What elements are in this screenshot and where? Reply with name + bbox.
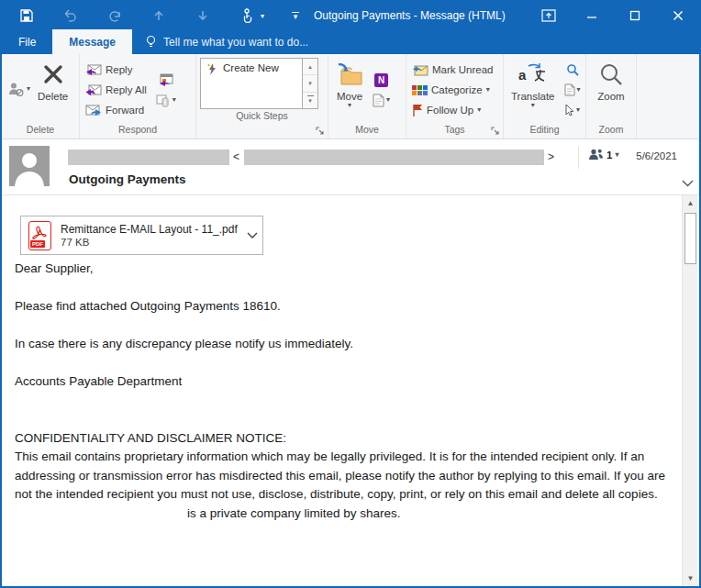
attachment-size: 77 KB [61,237,238,248]
translate-icon: a [518,60,547,89]
lightbulb-icon [145,35,157,49]
sender-avatar[interactable] [9,146,50,186]
forward-button[interactable]: Forward [83,100,150,120]
group-label-respond: Respond [80,123,195,139]
quick-steps-dialog-launcher-icon[interactable] [316,127,325,136]
related-icon [564,83,575,96]
onenote-button[interactable]: N [370,70,393,90]
close-button[interactable] [656,2,699,29]
ribbon: ▾ Delete Delete Reply [2,54,699,139]
ribbon-group-delete: ▾ Delete Delete [2,54,80,139]
zoom-button[interactable]: Zoom [593,57,629,123]
meeting-button[interactable] [153,70,179,90]
disclaimer-title: CONFIDENTIALITY AND DISCLAIMER NOTICE: [15,429,670,449]
ribbon-display-options-icon[interactable] [527,2,570,29]
previous-item-icon [150,7,167,24]
maximize-button[interactable] [613,2,656,29]
more-respond-actions-button[interactable]: ▾ [153,90,179,110]
actions-page-icon [373,94,384,107]
reply-all-button[interactable]: Reply All [83,80,150,100]
angle-open: < [233,150,239,163]
email-body-text: Dear Supplier, Please find attached Outg… [15,260,670,523]
recipients-summary[interactable]: 1 ▾ [588,149,618,161]
touch-mouse-mode-icon[interactable] [239,7,255,24]
ribbon-tab-row: File Message Tell me what you want to do… [2,29,699,54]
scrollbar-thumb[interactable] [684,213,696,264]
gallery-scroll-down-icon[interactable]: ▾ [303,75,317,92]
tell-me-box[interactable]: Tell me what you want to do... [132,29,321,54]
message-header: < > Outgoing Payments 1 ▾ 5/6/2021 [2,139,699,195]
move-folder-icon [336,60,363,89]
group-label-zoom: Zoom [586,123,636,139]
gallery-more-icon[interactable]: ▾ [303,93,317,108]
ribbon-group-editing: a Translate ▾ ▾ ▾ [504,54,586,139]
meeting-icon [158,73,173,87]
minimize-button[interactable] [570,2,613,29]
find-button[interactable] [562,60,584,80]
scroll-up-icon[interactable]: ▲ [683,195,698,211]
tab-message[interactable]: Message [52,29,132,54]
attachment-filename: Remittance E-MAIL Layout - 11_.pdf [61,223,238,237]
group-label-editing: Editing [504,123,585,139]
expand-header-chevron-icon[interactable] [682,180,694,187]
group-label-tags: Tags [406,123,503,139]
undo-icon [62,7,79,24]
gallery-scroll-up-icon[interactable]: ▴ [303,59,317,75]
ribbon-group-quick-steps: Create New ▴ ▾ ▾ Quick Steps [196,54,328,139]
related-button[interactable]: ▾ [562,80,584,100]
vertical-scrollbar[interactable]: ▲ ▼ [682,195,697,586]
junk-button[interactable]: ▾ [5,57,33,121]
touch-mode-caret-icon[interactable]: ▾ [261,12,264,20]
signature: Accounts Payable Department [15,372,670,392]
message-body: PDF Remittance E-MAIL Layout - 11_.pdf 7… [2,195,699,586]
greeting: Dear Supplier, [15,260,670,279]
follow-up-button[interactable]: Follow Up ▾ [409,100,495,120]
recipient-count: 1 [606,150,612,161]
create-new-icon [206,62,217,76]
group-label-move: Move [328,123,406,139]
customize-qat-icon[interactable]: ▾ [292,12,299,19]
delete-x-icon [42,60,64,89]
pdf-file-icon: PDF [28,221,51,250]
tags-dialog-launcher-icon[interactable] [491,127,500,136]
sender-name-redacted [68,150,229,165]
create-new-quick-step[interactable]: Create New [200,58,303,109]
header-divider [578,147,579,169]
select-cursor-icon [564,104,574,116]
tab-file[interactable]: File [2,29,52,54]
quick-access-toolbar: ▾ ▾ [2,7,299,24]
company-name-redacted [15,508,187,517]
ribbon-group-zoom: Zoom Zoom [586,54,637,139]
group-label-delete: Delete [2,123,79,139]
next-item-icon [195,7,211,24]
zoom-magnifier-icon [599,60,623,89]
follow-up-flag-icon [412,104,423,116]
mark-unread-button[interactable]: Mark Unread [409,60,495,80]
translate-button[interactable]: a Translate ▾ [506,57,560,123]
reply-all-icon [85,84,102,96]
categorize-button[interactable]: Categorize ▾ [409,80,495,100]
mark-unread-icon [412,64,428,76]
attachment-options-chevron-icon[interactable] [247,232,258,239]
ribbon-group-respond: Reply Reply All Forward [80,54,196,139]
categorize-icon [412,85,428,95]
reply-icon [85,64,102,76]
save-icon[interactable] [18,7,35,24]
more-move-actions-button[interactable]: ▾ [370,90,393,110]
angle-close: > [548,150,554,163]
attachment-card[interactable]: PDF Remittance E-MAIL Layout - 11_.pdf 7… [20,216,263,255]
junk-icon [7,82,25,97]
move-button[interactable]: Move ▾ [331,57,368,123]
group-label-quick-steps: Quick Steps [196,109,328,125]
body-line-2: In case there is any discrepancy please … [15,335,670,354]
tell-me-text: Tell me what you want to do... [163,36,308,49]
title-bar: ▾ ▾ Outgoing Payments - Message (HTML) [2,2,699,29]
redo-icon [106,7,123,24]
ribbon-group-tags: Mark Unread Categorize ▾ Follow Up ▾ [406,54,504,139]
people-icon [588,149,604,161]
reply-button[interactable]: Reply [83,60,150,80]
outlook-message-window: ▾ ▾ Outgoing Payments - Message (HTML) F… [0,0,701,588]
scroll-down-icon[interactable]: ▼ [683,571,698,586]
delete-button[interactable]: Delete [33,57,72,123]
select-button[interactable]: ▾ [562,100,584,120]
